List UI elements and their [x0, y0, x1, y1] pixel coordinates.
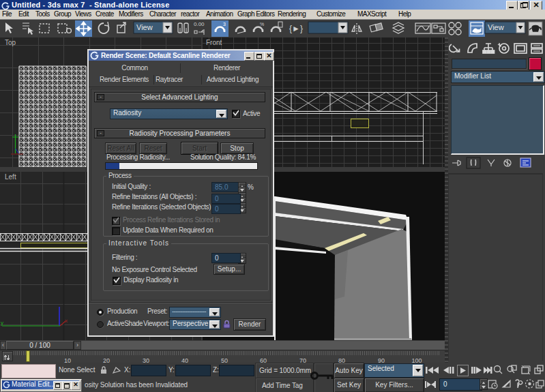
svg-text:View: View [488, 23, 504, 31]
svg-text:x: x [65, 318, 68, 324]
svg-text:{►}: {►} [289, 24, 303, 33]
svg-text:View: View [136, 23, 153, 31]
svg-text:%: % [260, 22, 264, 27]
svg-text:0.00: 0.00 [194, 21, 205, 27]
svg-text:3: 3 [223, 22, 226, 27]
svg-text:Left: Left [5, 173, 16, 181]
svg-text:Top: Top [5, 39, 16, 46]
svg-text:y: y [1, 320, 3, 326]
svg-text:Front: Front [206, 39, 222, 46]
